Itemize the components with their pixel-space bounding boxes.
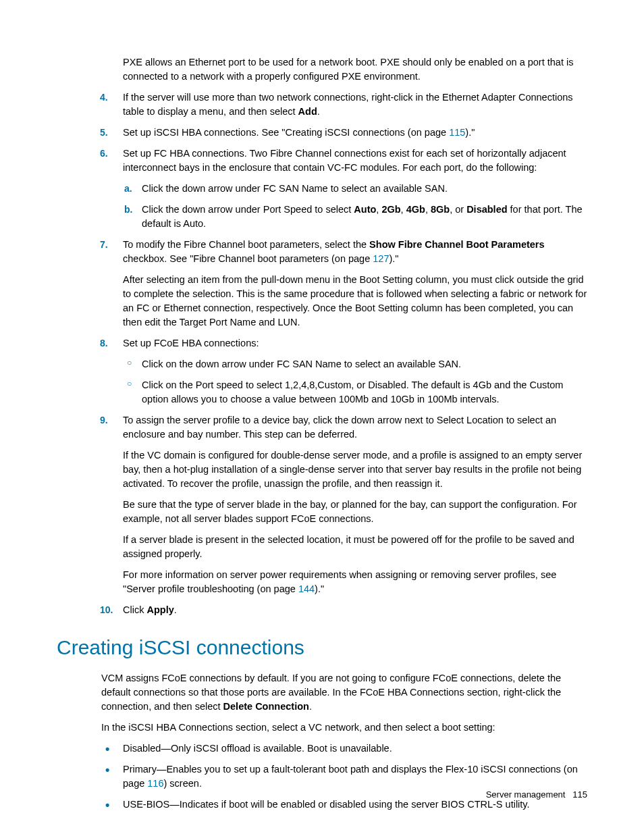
step-num: 6. [100, 147, 108, 160]
step-num: 7. [100, 238, 108, 251]
text: )." [465, 127, 475, 138]
text: Click [123, 604, 146, 615]
text: ) screen. [164, 778, 202, 789]
bold: 8Gb [431, 204, 450, 215]
bold: Auto [354, 204, 376, 215]
text: . [309, 701, 312, 712]
footer-label: Server management [486, 789, 566, 800]
step-4: 4. If the server will use more than two … [123, 90, 587, 119]
page-footer: Server management 115 [486, 789, 587, 802]
step-6b: b. Click the down arrow under Port Speed… [142, 203, 587, 231]
text: )." [389, 253, 398, 264]
text: , [425, 204, 431, 215]
text: , or [450, 204, 466, 215]
body-p1: VCM assigns FCoE connections by default.… [101, 671, 587, 714]
heading-creating-iscsi: Creating iSCSI connections [57, 633, 587, 662]
step-num: 10. [100, 603, 113, 617]
step-6a: a. Click the down arrow under FC SAN Nam… [142, 182, 587, 196]
text: Click the down arrow under FC SAN Name t… [142, 183, 448, 194]
bullet-disabled: Disabled—Only iSCSI offload is available… [123, 741, 587, 756]
sub-marker: b. [124, 203, 132, 216]
step-9-p2: Be sure that the type of server blade in… [123, 498, 587, 526]
step-9-p1: If the VC domain is configured for doubl… [123, 448, 587, 491]
step-10: 10. Click Apply. [123, 603, 587, 617]
bold: Disabled [466, 204, 507, 215]
step-num: 8. [100, 336, 108, 350]
text: For more information on server power req… [123, 569, 556, 594]
link-page-115[interactable]: 115 [449, 127, 465, 138]
text: Click the down arrow under Port Speed to… [142, 204, 354, 215]
text: Set up FC HBA connections. Two Fibre Cha… [123, 148, 566, 173]
text: . [174, 604, 177, 615]
step-8: 8. Set up FCoE HBA connections: Click on… [123, 336, 587, 407]
step-5: 5. Set up iSCSI HBA connections. See "Cr… [123, 126, 587, 140]
bold-add: Add [298, 106, 317, 117]
step-8-list: Click on the down arrow under FC SAN Nam… [123, 357, 587, 407]
text: checkbox. See "Fibre Channel boot parame… [123, 253, 373, 264]
step-6-sublist: a. Click the down arrow under FC SAN Nam… [123, 182, 587, 231]
steps-list: 4. If the server will use more than two … [57, 90, 587, 617]
sub-marker: a. [124, 182, 132, 195]
step-7-para: After selecting an item from the pull-do… [123, 273, 587, 330]
step-num: 9. [100, 413, 108, 427]
footer-page: 115 [572, 789, 587, 800]
step-9: 9. To assign the server profile to a dev… [123, 413, 587, 596]
step-8-item-2: Click on the Port speed to select 1,2,4,… [142, 378, 587, 407]
bold-apply: Apply [146, 604, 173, 615]
link-page-127[interactable]: 127 [373, 253, 389, 264]
bold: 4Gb [406, 204, 425, 215]
text: VCM assigns FCoE connections by default.… [101, 673, 561, 712]
text: To modify the Fibre Channel boot paramet… [123, 239, 369, 250]
text: , [401, 204, 406, 215]
text: )." [315, 583, 324, 594]
text: To assign the server profile to a device… [123, 415, 556, 440]
text: Set up iSCSI HBA connections. See "Creat… [123, 127, 449, 138]
step-9-p4: For more information on server power req… [123, 568, 587, 596]
link-page-144[interactable]: 144 [298, 583, 315, 594]
step-6: 6. Set up FC HBA connections. Two Fibre … [123, 147, 587, 231]
pxe-paragraph: PXE allows an Ethernet port to be used f… [123, 55, 587, 84]
bullet-primary: Primary—Enables you to set up a fault-to… [123, 762, 587, 791]
bold-delete-connection: Delete Connection [223, 701, 309, 712]
text: If the server will use more than two net… [123, 92, 573, 117]
link-page-116[interactable]: 116 [147, 778, 163, 789]
step-num: 5. [100, 126, 108, 139]
step-7: 7. To modify the Fibre Channel boot para… [123, 238, 587, 330]
step-9-p3: If a server blade is present in the sele… [123, 533, 587, 561]
bold: Show Fibre Channel Boot Parameters [369, 239, 544, 250]
step-num: 4. [100, 90, 108, 104]
bold: 2Gb [381, 204, 400, 215]
body-p2: In the iSCSI HBA Connections section, se… [101, 721, 587, 735]
text: . [317, 106, 320, 117]
step-8-item-1: Click on the down arrow under FC SAN Nam… [142, 357, 587, 371]
text: Set up FCoE HBA connections: [123, 338, 259, 348]
